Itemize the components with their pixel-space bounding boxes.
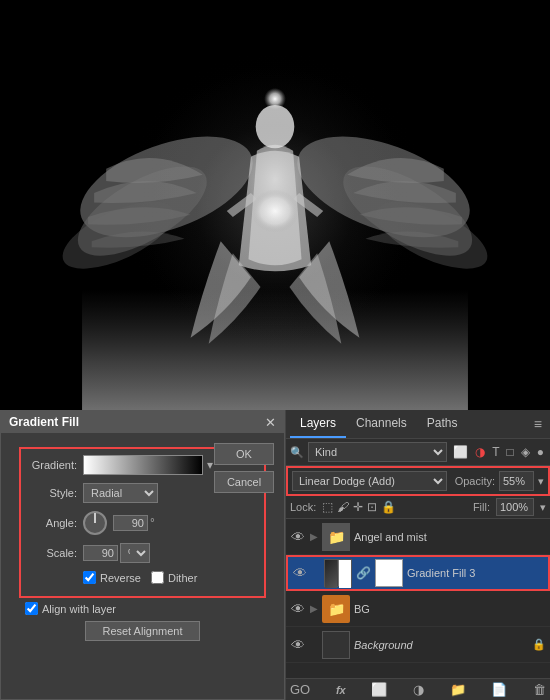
lock-label: Lock: [290, 501, 316, 513]
filter-type-icon[interactable]: T [490, 444, 501, 460]
lock-row: Lock: ⬚ 🖌 ✛ ⊡ 🔒 Fill: 100% ▾ [286, 496, 550, 519]
layer-row[interactable]: 👁 ▶ 📁 BG [286, 591, 550, 627]
filter-toggle-icon[interactable]: ● [535, 444, 546, 460]
filter-select[interactable]: Kind Name Effect Mode Attribute Color [308, 442, 447, 462]
lock-icons: ⬚ 🖌 ✛ ⊡ 🔒 [322, 500, 396, 514]
cancel-button[interactable]: Cancel [214, 471, 274, 493]
lock-position-icon[interactable]: ✛ [353, 500, 363, 514]
layer-thumb-right [339, 560, 351, 588]
scale-unit-select[interactable]: % [120, 543, 150, 563]
tab-paths[interactable]: Paths [417, 410, 468, 438]
reset-alignment-button[interactable]: Reset Alignment [85, 621, 199, 641]
bottom-area: Gradient Fill ✕ Gradient: ▾ [0, 410, 550, 700]
layer-expand-icon[interactable]: ▶ [310, 639, 318, 650]
dither-checkbox[interactable] [151, 571, 164, 584]
tab-channels[interactable]: Channels [346, 410, 417, 438]
new-group-icon[interactable]: 📁 [450, 682, 466, 697]
layer-expand-icon[interactable]: ▶ [310, 603, 318, 614]
close-button[interactable]: ✕ [265, 416, 276, 429]
lock-transparent-icon[interactable]: ⬚ [322, 500, 333, 514]
ok-cancel-area: OK Cancel [214, 443, 274, 493]
blend-mode-row: Normal Multiply Screen Linear Dodge (Add… [286, 466, 550, 496]
reverse-label[interactable]: Reverse [83, 571, 141, 584]
lock-artboard-icon[interactable]: ⊡ [367, 500, 377, 514]
dialog-title-bar: Gradient Fill ✕ [1, 411, 284, 433]
gradient-dropdown-icon[interactable]: ▾ [207, 458, 213, 472]
align-section: Align with layer [25, 602, 260, 615]
visibility-eye-icon[interactable]: 👁 [290, 529, 306, 545]
align-layer-label[interactable]: Align with layer [25, 602, 260, 615]
angle-dial-container: 90 ° [83, 511, 155, 535]
delete-layer-icon[interactable]: 🗑 [533, 682, 546, 697]
filter-pixel-icon[interactable]: ⬜ [451, 444, 470, 460]
opacity-label: Opacity: [455, 475, 495, 487]
scale-label: Scale: [27, 547, 77, 559]
search-icon: 🔍 [290, 446, 304, 459]
layer-row[interactable]: 👁 ▶ 🔗 Gradient Fill 3 [286, 555, 550, 591]
blend-mode-select[interactable]: Normal Multiply Screen Linear Dodge (Add… [292, 471, 447, 491]
lock-all-icon[interactable]: 🔒 [381, 500, 396, 514]
fill-arrow-icon[interactable]: ▾ [540, 501, 546, 514]
visibility-eye-icon[interactable]: 👁 [290, 601, 306, 617]
gradient-fill-dialog: Gradient Fill ✕ Gradient: ▾ [0, 410, 285, 700]
angle-label: Angle: [27, 517, 77, 529]
degree-symbol: ° [150, 516, 155, 530]
fill-label: Fill: [473, 501, 490, 513]
layers-menu-icon[interactable]: ≡ [530, 412, 546, 436]
dialog-title: Gradient Fill [9, 415, 79, 429]
folder-icon: 📁 [322, 595, 350, 623]
align-layer-checkbox[interactable] [25, 602, 38, 615]
visibility-eye-icon[interactable]: 👁 [292, 565, 308, 581]
layer-thumbnail [322, 631, 350, 659]
tab-layers[interactable]: Layers [290, 410, 346, 438]
layer-chain-icon: 🔗 [356, 566, 371, 580]
gradient-preview[interactable] [83, 455, 203, 475]
layer-thumbnail [324, 559, 352, 587]
reverse-checkbox[interactable] [83, 571, 96, 584]
opacity-arrow-icon[interactable]: ▾ [538, 475, 544, 488]
opacity-input[interactable]: 55% [499, 471, 534, 491]
layers-tabs: Layers Channels Paths ≡ [286, 410, 550, 439]
add-mask-icon[interactable]: ⬜ [371, 682, 387, 697]
angle-row: Angle: 90 ° [27, 511, 258, 535]
filter-shape-icon[interactable]: □ [505, 444, 516, 460]
scale-row: Scale: 90 % [27, 543, 258, 563]
fx-icon[interactable]: fx [336, 684, 346, 696]
filter-icons: ⬜ ◑ T □ ◈ ● [451, 444, 546, 460]
style-select[interactable]: Radial Linear Angle Reflected Diamond [83, 483, 158, 503]
background-glow [135, 65, 415, 345]
angle-input[interactable]: 90 [113, 515, 148, 531]
layer-rows: 👁 ▶ 📁 Angel and mist 👁 ▶ 🔗 Gradient Fi [286, 519, 550, 678]
lock-paint-icon[interactable]: 🖌 [337, 500, 349, 514]
layer-lock-icon: 🔒 [532, 638, 546, 651]
layer-expand-icon[interactable]: ▶ [310, 531, 318, 542]
filter-smartobject-icon[interactable]: ◈ [519, 444, 532, 460]
new-layer-icon[interactable]: 📄 [491, 682, 507, 697]
layers-panel: Layers Channels Paths ≡ 🔍 Kind Name Effe… [285, 410, 550, 700]
layer-expand-icon[interactable]: ▶ [312, 568, 320, 579]
visibility-eye-icon[interactable]: 👁 [290, 637, 306, 653]
layer-thumb-left [325, 560, 337, 588]
layer-mask-thumbnail [375, 559, 403, 587]
layer-thumbnail: 📁 [322, 523, 350, 551]
filter-adjustment-icon[interactable]: ◑ [473, 444, 487, 460]
layer-row[interactable]: 👁 ▶ Background 🔒 [286, 627, 550, 663]
go-to-icon[interactable]: GO [290, 682, 310, 697]
reverse-dither-row: Reverse Dither [83, 571, 258, 584]
layer-name: Background [354, 639, 528, 651]
layer-name: Gradient Fill 3 [407, 567, 544, 579]
new-adjustment-icon[interactable]: ◑ [413, 682, 424, 697]
filter-row: 🔍 Kind Name Effect Mode Attribute Color … [286, 439, 550, 466]
ok-button[interactable]: OK [214, 443, 274, 465]
layers-bottom-bar: GO fx ⬜ ◑ 📁 📄 🗑 [286, 678, 550, 700]
style-label: Style: [27, 487, 77, 499]
gradient-label: Gradient: [27, 459, 77, 471]
angle-dial[interactable] [83, 511, 107, 535]
dither-label[interactable]: Dither [151, 571, 197, 584]
layer-row[interactable]: 👁 ▶ 📁 Angel and mist [286, 519, 550, 555]
layer-name: Angel and mist [354, 531, 546, 543]
canvas-area [0, 0, 550, 410]
fill-input[interactable]: 100% [496, 498, 534, 516]
tab-group: Layers Channels Paths [290, 410, 467, 438]
scale-input[interactable]: 90 [83, 545, 118, 561]
